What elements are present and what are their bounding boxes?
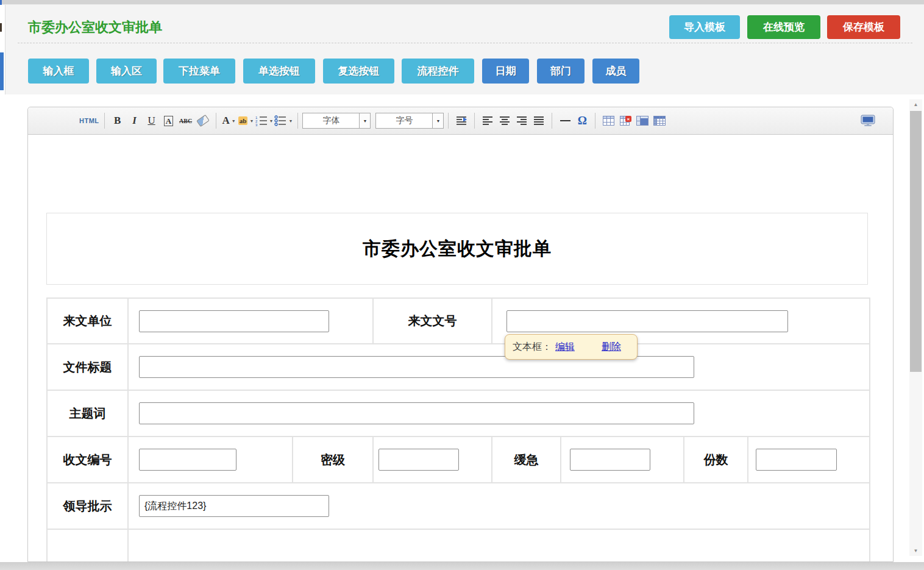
font-color-button[interactable]: A▼ [221, 112, 237, 129]
copies-input[interactable] [756, 449, 837, 471]
align-left-icon [482, 116, 493, 126]
delete-table-button[interactable]: × [617, 112, 633, 129]
align-left-button[interactable] [480, 112, 496, 129]
dashed-divider [18, 43, 912, 43]
cell-receipt-number [128, 436, 293, 483]
align-center-button[interactable] [497, 112, 513, 129]
merge-cells-button[interactable] [634, 112, 650, 129]
chevron-down-icon: ▼ [232, 119, 236, 123]
import-template-button[interactable]: 导入模板 [669, 15, 740, 39]
receipt-number-input[interactable] [139, 449, 236, 471]
justify-icon [533, 116, 544, 126]
palette-flow-control-button[interactable]: 流程控件 [402, 59, 474, 84]
highlight-color-button[interactable]: ab▼ [238, 112, 254, 129]
toolbar-separator [552, 113, 552, 129]
unordered-list-icon [274, 115, 286, 126]
save-template-button[interactable]: 保存模板 [827, 15, 900, 39]
monitor-icon [861, 115, 875, 127]
table-row: 主题词 [47, 390, 870, 436]
label-office-opinion: 办公室意 [47, 529, 128, 562]
cell-doc-title [128, 344, 870, 390]
label-source-unit: 来文单位 [47, 298, 128, 344]
palette-textarea-button[interactable]: 输入区 [96, 59, 157, 84]
palette-checkbox-button[interactable]: 复选按钮 [323, 59, 394, 84]
table-row: 领导批示 [47, 483, 870, 529]
chevron-down-icon: ▼ [288, 119, 293, 123]
eraser-icon [196, 115, 210, 127]
table-properties-button[interactable] [652, 112, 667, 129]
cell-subject-words [128, 390, 870, 436]
align-right-button[interactable] [514, 112, 530, 129]
subject-words-input[interactable] [139, 402, 694, 424]
chevron-down-icon: ▼ [249, 119, 254, 123]
scroll-down-button[interactable]: ▼ [909, 546, 922, 556]
html-source-button[interactable]: HTML [79, 112, 99, 129]
cell-source-unit [128, 298, 373, 344]
toolbar-separator [104, 113, 105, 129]
unordered-list-button[interactable]: ▼ [274, 112, 293, 129]
toolbar-separator [474, 113, 475, 129]
urgency-input[interactable] [570, 449, 650, 471]
palette-department-button[interactable]: 部门 [537, 59, 585, 84]
cell-secrecy-level [373, 436, 492, 483]
italic-button[interactable]: I [127, 112, 143, 129]
toolbar-separator [216, 113, 216, 129]
scrollbar-thumb[interactable] [910, 111, 922, 372]
scroll-up-button[interactable]: ▲ [909, 99, 922, 110]
toolbar-separator [448, 113, 449, 129]
toolbar-separator [595, 113, 595, 129]
insert-table-icon [603, 116, 614, 126]
fullscreen-button[interactable] [860, 112, 876, 129]
merge-cells-icon [636, 116, 649, 126]
editor-toolbar: HTML B I U A ABC A▼ ab▼ 1 2 [28, 107, 893, 135]
remove-format-button[interactable] [195, 112, 211, 129]
palette-dropdown-button[interactable]: 下拉菜单 [163, 59, 235, 84]
source-unit-input[interactable] [139, 310, 329, 332]
palette-date-button[interactable]: 日期 [482, 59, 529, 84]
indent-button[interactable] [453, 112, 469, 129]
form-table: 来文单位 来文文号 文件标题 [46, 297, 870, 562]
editor-region: HTML B I U A ABC A▼ ab▼ 1 2 [5, 94, 909, 562]
svg-text:×: × [627, 116, 630, 122]
justify-button[interactable] [531, 112, 547, 129]
vertical-scrollbar[interactable]: ▲ ▼ [909, 99, 922, 556]
bold-button[interactable]: B [110, 112, 126, 129]
horizontal-rule-button[interactable] [557, 112, 573, 129]
chevron-down-icon: ▼ [359, 113, 370, 128]
palette-member-button[interactable]: 成员 [592, 59, 639, 84]
underline-button[interactable]: U [144, 112, 160, 129]
window-left-edge [0, 5, 5, 562]
delete-table-icon: × [620, 116, 631, 126]
window-edge-fragment [0, 0, 2, 5]
font-size-select[interactable]: 字号 ▼ [375, 113, 444, 129]
horizontal-rule-icon [560, 120, 570, 121]
insert-table-button[interactable] [600, 112, 616, 129]
delete-control-link[interactable]: 删除 [602, 341, 621, 354]
strikethrough-button[interactable]: ABC [178, 112, 194, 129]
cell-urgency [561, 436, 684, 483]
palette-radio-button[interactable]: 单选按钮 [243, 59, 315, 84]
table-row: 办公室意 [47, 529, 870, 562]
doc-number-input[interactable] [506, 310, 788, 332]
page-title: 市委办公室收文审批单 [28, 18, 162, 37]
palette-input-box-button[interactable]: 输入框 [28, 59, 89, 84]
app-window: 市委办公室收文审批单 导入模板 在线预览 保存模板 输入框 输入区 下拉菜单 单… [0, 0, 924, 570]
secrecy-level-input[interactable] [378, 449, 459, 471]
cell-leader-comments [128, 483, 870, 529]
form-title-box: 市委办公室收文审批单 [46, 213, 868, 285]
special-char-button[interactable]: Ω [574, 112, 590, 129]
ordered-list-button[interactable]: 1 2 3 ▼ [255, 112, 274, 129]
align-right-icon [516, 116, 527, 126]
label-doc-number: 来文文号 [373, 298, 492, 344]
online-preview-button[interactable]: 在线预览 [747, 15, 820, 39]
chevron-down-icon: ▼ [432, 113, 443, 128]
inline-style-button[interactable]: A [161, 112, 177, 129]
font-family-select[interactable]: 字体 ▼ [302, 113, 371, 129]
cell-copies [748, 436, 870, 483]
cell-office-opinion [128, 529, 870, 562]
rich-text-editor: HTML B I U A ABC A▼ ab▼ 1 2 [27, 107, 894, 562]
label-urgency: 缓急 [492, 436, 561, 483]
edit-control-link[interactable]: 编辑 [555, 341, 575, 354]
document-canvas[interactable]: 市委办公室收文审批单 来文单位 来文文号 [28, 135, 893, 562]
leader-comments-input[interactable] [139, 495, 329, 517]
